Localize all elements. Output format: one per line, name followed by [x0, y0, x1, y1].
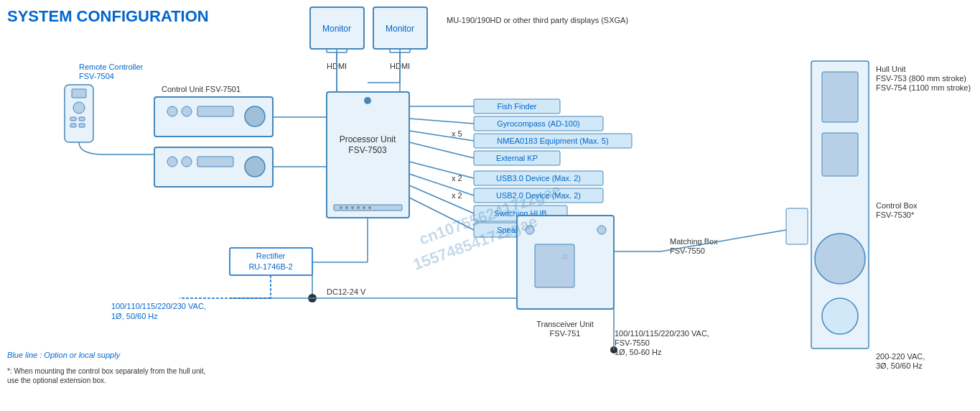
svg-line-62 [409, 185, 474, 213]
svg-text:Gyrocompass (AD-100): Gyrocompass (AD-100) [497, 119, 580, 128]
svg-text:USB2.0 Device (Max. 2): USB2.0 Device (Max. 2) [496, 191, 581, 200]
svg-rect-66 [474, 116, 603, 131]
svg-point-97 [597, 226, 606, 234]
svg-text:Processor Unit: Processor Unit [340, 134, 396, 144]
svg-text:Monitor: Monitor [322, 24, 351, 34]
svg-rect-95 [517, 216, 614, 309]
svg-rect-28 [79, 124, 85, 127]
svg-text:Fish Finder: Fish Finder [497, 102, 536, 111]
svg-point-86 [308, 294, 317, 303]
svg-point-49 [357, 206, 360, 209]
svg-text:□: □ [563, 253, 567, 260]
svg-point-123 [610, 346, 617, 354]
svg-text:use the optional extension box: use the optional extension box. [7, 377, 106, 384]
svg-line-122 [661, 230, 786, 251]
svg-line-63 [409, 198, 474, 230]
svg-rect-8 [390, 49, 410, 52]
svg-text:FSV-7530*: FSV-7530* [876, 211, 915, 219]
svg-rect-76 [474, 206, 567, 221]
svg-text:RU-1746B-2: RU-1746B-2 [248, 262, 292, 271]
svg-point-34 [245, 106, 265, 126]
svg-rect-35 [154, 147, 273, 187]
svg-point-51 [368, 206, 371, 209]
svg-text:1Ø, 50/60 Hz: 1Ø, 50/60 Hz [111, 312, 158, 320]
svg-line-54 [409, 119, 474, 124]
svg-text:FSV-7550: FSV-7550 [670, 246, 705, 255]
svg-line-56 [409, 142, 474, 158]
svg-rect-26 [79, 117, 85, 121]
svg-text:USB3.0 Device (Max. 2): USB3.0 Device (Max. 2) [496, 174, 581, 183]
svg-text:Speaker (SEM-21Q): Speaker (SEM-21Q) [497, 226, 569, 234]
svg-text:DC12-24 V: DC12-24 V [327, 287, 366, 296]
svg-text:FSV-753 (800 mm stroke): FSV-753 (800 mm stroke) [876, 74, 966, 83]
svg-rect-5 [373, 7, 427, 49]
svg-point-96 [526, 226, 534, 234]
svg-rect-27 [70, 124, 76, 127]
svg-rect-38 [197, 157, 233, 167]
svg-text:100/110/115/220/230 VAC,: 100/110/115/220/230 VAC, [111, 302, 206, 310]
svg-rect-22 [65, 85, 93, 142]
svg-rect-98 [535, 244, 574, 287]
svg-text:100/110/115/220/230 VAC,: 100/110/115/220/230 VAC, [615, 329, 709, 338]
svg-rect-117 [822, 72, 858, 122]
svg-text:HDMI: HDMI [390, 62, 410, 70]
svg-line-59 [409, 174, 474, 195]
svg-point-119 [815, 234, 865, 284]
svg-rect-64 [474, 99, 560, 114]
svg-line-55 [409, 131, 474, 141]
svg-text:Remote Controller: Remote Controller [79, 63, 144, 71]
svg-point-120 [822, 298, 858, 334]
svg-point-50 [363, 206, 365, 209]
svg-rect-33 [197, 106, 233, 116]
svg-point-36 [167, 157, 177, 167]
svg-rect-78 [474, 223, 592, 237]
svg-point-31 [167, 106, 177, 116]
svg-rect-74 [474, 188, 603, 203]
svg-point-46 [340, 206, 342, 209]
svg-point-24 [73, 102, 85, 114]
svg-text:1557485417zzgae: 1557485417zzgae [411, 212, 540, 274]
svg-point-52 [364, 97, 371, 104]
svg-text:Matching Box: Matching Box [670, 237, 718, 246]
svg-rect-68 [474, 134, 632, 148]
svg-text:FSV-7503: FSV-7503 [348, 145, 387, 155]
svg-rect-1 [310, 7, 364, 49]
svg-text:1Ø, 50-60 Hz: 1Ø, 50-60 Hz [615, 348, 662, 356]
svg-rect-72 [474, 171, 603, 185]
svg-text:200-220 VAC,: 200-220 VAC, [876, 352, 925, 361]
svg-rect-80 [230, 248, 312, 275]
svg-text:x 2: x 2 [452, 174, 462, 183]
svg-text:Monitor: Monitor [386, 24, 414, 34]
svg-text:Switching HUB: Switching HUB [494, 209, 546, 218]
svg-text:cn1075562417zzgae: cn1075562417zzgae [416, 180, 563, 249]
svg-rect-70 [474, 151, 560, 165]
svg-rect-116 [811, 61, 869, 348]
svg-text:FSV-751: FSV-751 [550, 329, 581, 338]
svg-text:HDMI: HDMI [327, 62, 347, 70]
svg-text:□: □ [561, 265, 569, 280]
svg-text:3Ø, 50/60 Hz: 3Ø, 50/60 Hz [876, 361, 923, 370]
svg-text:Hull Unit: Hull Unit [876, 65, 906, 73]
svg-text:MU-190/190HD or other third pa: MU-190/190HD or other third party displa… [447, 16, 628, 24]
svg-point-39 [245, 157, 265, 177]
svg-text:x 5: x 5 [452, 129, 462, 138]
svg-point-47 [345, 206, 348, 209]
svg-rect-23 [72, 89, 86, 98]
svg-rect-118 [822, 133, 858, 176]
svg-point-37 [182, 157, 192, 167]
svg-point-48 [351, 206, 354, 209]
svg-text:Control Unit FSV-7501: Control Unit FSV-7501 [162, 85, 241, 93]
svg-text:FSV-7550: FSV-7550 [615, 338, 650, 347]
svg-rect-30 [154, 97, 273, 137]
svg-text:External KP: External KP [496, 154, 538, 162]
svg-line-58 [409, 162, 474, 178]
svg-text:SYSTEM CONFIGURATION: SYSTEM CONFIGURATION [7, 7, 209, 25]
svg-text:FSV-7504: FSV-7504 [79, 72, 114, 80]
svg-text:NMEA0183 Equipment (Max. 5): NMEA0183 Equipment (Max. 5) [497, 137, 608, 145]
svg-point-32 [182, 106, 192, 116]
svg-text:Control Box: Control Box [876, 201, 918, 210]
svg-rect-45 [334, 205, 402, 211]
svg-text:Transceiver Unit: Transceiver Unit [536, 320, 594, 328]
svg-rect-25 [70, 117, 76, 121]
svg-rect-121 [786, 208, 808, 244]
